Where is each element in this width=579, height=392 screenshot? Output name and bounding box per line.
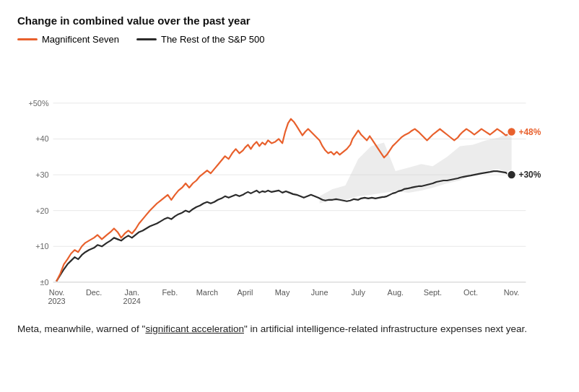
svg-text:March: March [196,288,218,297]
legend-item-sp500: The Rest of the S&P 500 [136,34,265,45]
dark-end-dot [508,170,516,179]
caption-underline: significant acceleration [145,323,244,334]
chart-svg: +50% +40 +30 +20 +10 ±0 Nov. 2023 Dec. J… [17,52,562,312]
svg-text:Oct.: Oct. [463,288,478,297]
legend-label-sp500: The Rest of the S&P 500 [161,34,265,45]
svg-text:+40: +40 [35,134,49,143]
legend-label-magnificent: Magnificent Seven [42,34,119,45]
svg-text:Nov.: Nov. [49,288,65,297]
svg-text:Jan.: Jan. [124,288,139,297]
legend-line-dark [136,38,157,40]
svg-text:June: June [311,288,328,297]
legend-item-magnificent: Magnificent Seven [17,34,119,45]
svg-text:+50%: +50% [28,99,49,108]
svg-text:2023: 2023 [48,297,65,305]
svg-text:+30: +30 [35,170,49,179]
orange-end-dot [508,128,516,136]
dark-end-label: +30% [518,170,541,180]
legend-line-orange [17,38,38,40]
chart-title: Change in combined value over the past y… [17,14,562,27]
svg-text:Aug.: Aug. [388,288,404,297]
svg-text:+20: +20 [35,206,49,215]
svg-text:Dec.: Dec. [86,288,102,297]
svg-text:May: May [275,288,290,297]
svg-text:2024: 2024 [123,297,141,305]
caption: Meta, meanwhile, warned of "significant … [17,322,559,336]
svg-text:July: July [352,288,366,297]
svg-text:Feb.: Feb. [162,288,178,297]
svg-text:±0: ±0 [40,278,49,287]
svg-text:+10: +10 [35,242,49,251]
chart-area: +50% +40 +30 +20 +10 ±0 Nov. 2023 Dec. J… [17,52,562,312]
legend: Magnificent Seven The Rest of the S&P 50… [17,34,562,45]
orange-end-label: +48% [518,127,541,137]
svg-text:Sept.: Sept. [424,288,442,297]
svg-marker-27 [320,132,512,204]
svg-text:April: April [238,288,253,297]
svg-text:Nov.: Nov. [504,288,520,297]
